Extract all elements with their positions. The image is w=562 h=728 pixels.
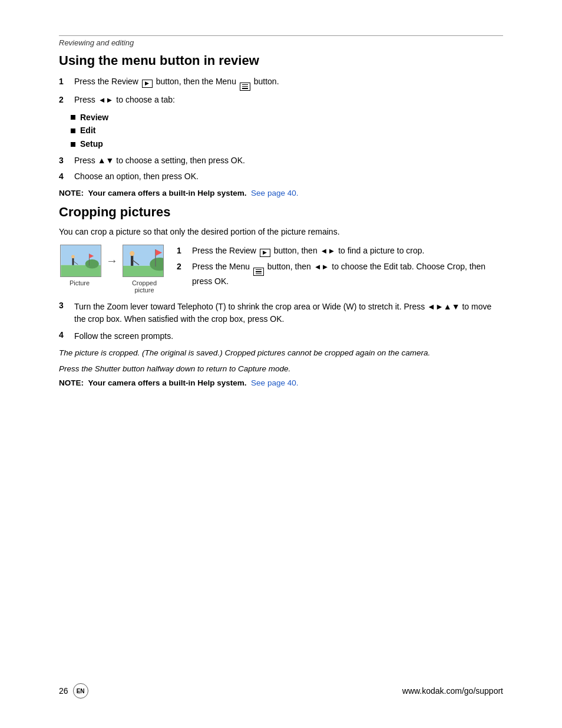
tab-option-setup: Setup — [80, 139, 103, 150]
list-item: Edit — [71, 125, 503, 137]
bullet-icon — [71, 115, 75, 120]
step-content: Press ◄► to choose a tab: — [74, 94, 503, 106]
section2-title: Cropping pictures — [59, 205, 503, 220]
arrow-icon: → — [106, 254, 118, 268]
italic-note-2: Press the Shutter button halfway down to… — [59, 363, 503, 375]
tab-options-list: Review Edit Setup — [71, 112, 503, 150]
step-item: 4 Choose an option, then press OK. — [59, 170, 503, 183]
svg-point-2 — [85, 260, 99, 269]
list-item: Setup — [71, 139, 503, 150]
step-item: 3 Press ▲▼ to choose a setting, then pre… — [59, 154, 503, 167]
lr-icon: ◄► — [98, 95, 114, 104]
note-link[interactable]: See page 40. — [251, 378, 298, 387]
step4-block: 4 Follow the screen prompts. — [59, 330, 503, 342]
menu-icon — [240, 83, 250, 91]
svg-point-12 — [130, 251, 134, 256]
step-content: Press the Menu button, then ◄► to choose… — [192, 261, 503, 288]
nav-icon: ◄►▲▼ — [427, 302, 459, 311]
cropped-label: Cropped picture — [124, 279, 165, 294]
section-subtitle: Reviewing and editing — [59, 38, 503, 47]
step-item: 2 Press the Menu button, then ◄► to choo… — [177, 261, 503, 288]
page: Reviewing and editing Using the menu but… — [0, 0, 562, 728]
note-prefix: NOTE: — [59, 378, 84, 387]
step-content: Turn the Zoom lever toward Telephoto (T)… — [74, 301, 503, 325]
step-content: Follow the screen prompts. — [74, 330, 503, 342]
list-item: Review — [71, 112, 503, 124]
section1-title: Using the menu button in review — [59, 53, 503, 68]
step-number: 4 — [59, 170, 71, 183]
footer-page: 26 EN — [59, 683, 88, 699]
page-number: 26 — [59, 686, 68, 696]
step-item: 1 Press the Review ▶ button, then the Me… — [59, 75, 503, 90]
crop-intro: You can crop a picture so that only the … — [59, 227, 503, 236]
img-labels: Picture Cropped picture — [59, 279, 165, 294]
section-header-area: Reviewing and editing — [59, 35, 503, 47]
menu-icon — [253, 268, 264, 276]
crop-layout: → — [59, 245, 503, 294]
golf-scene-full — [61, 245, 101, 276]
original-picture — [60, 245, 101, 277]
review-icon: ▶ — [142, 80, 153, 88]
svg-point-4 — [71, 255, 75, 259]
golf-scene-cropped — [123, 245, 163, 276]
note-bold-text: Your camera offers a built-in Help syste… — [88, 378, 247, 387]
section1-note: NOTE: Your camera offers a built-in Help… — [59, 189, 503, 197]
step-content: Press ▲▼ to choose a setting, then press… — [74, 154, 503, 167]
step-item: 1 Press the Review ▶ button, then ◄► to … — [177, 245, 503, 257]
footer: 26 EN www.kodak.com/go/support — [59, 683, 503, 699]
cropped-picture — [123, 245, 164, 277]
note-bold-text: Your camera offers a built-in Help syste… — [88, 189, 247, 197]
step-number: 4 — [59, 330, 71, 342]
arrow-spacer — [104, 279, 120, 294]
step-number: 1 — [177, 245, 189, 257]
picture-label: Picture — [59, 279, 100, 294]
italic-note-1: The picture is cropped. (The original is… — [59, 347, 503, 359]
bullet-icon — [71, 129, 75, 133]
lr-icon: ◄► — [314, 262, 329, 271]
tab-option-edit: Edit — [80, 125, 95, 137]
step3-block: 3 Turn the Zoom lever toward Telephoto (… — [59, 301, 503, 325]
section1-steps: 1 Press the Review ▶ button, then the Me… — [59, 75, 503, 106]
ud-icon: ▲▼ — [98, 156, 114, 165]
crop-step-list: 1 Press the Review ▶ button, then ◄► to … — [177, 245, 503, 288]
lr-icon: ◄► — [320, 246, 336, 255]
step-number: 3 — [59, 301, 71, 325]
note-link[interactable]: See page 40. — [251, 189, 298, 197]
step-number: 3 — [59, 154, 71, 167]
step-number: 2 — [59, 94, 71, 106]
step-item: 2 Press ◄► to choose a tab: — [59, 94, 503, 106]
bullet-icon — [71, 142, 75, 147]
step-content: Choose an option, then press OK. — [74, 170, 503, 183]
crop-steps: 1 Press the Review ▶ button, then ◄► to … — [177, 245, 503, 294]
tab-option-review: Review — [80, 112, 108, 124]
footer-url: www.kodak.com/go/support — [402, 686, 503, 696]
note-prefix: NOTE: — [59, 189, 84, 197]
crop-images: → — [59, 245, 165, 294]
review-icon: ▶ — [260, 249, 270, 257]
section2-note: NOTE: Your camera offers a built-in Help… — [59, 378, 503, 387]
crop-img-row: → — [60, 245, 164, 277]
section1-steps-after: 3 Press ▲▼ to choose a setting, then pre… — [59, 154, 503, 183]
step-number: 1 — [59, 75, 71, 90]
lang-badge: EN — [73, 683, 88, 699]
step-content: Press the Review ▶ button, then ◄► to fi… — [192, 245, 503, 257]
step-content: Press the Review ▶ button, then the Menu… — [74, 75, 503, 90]
step-number: 2 — [177, 261, 189, 288]
